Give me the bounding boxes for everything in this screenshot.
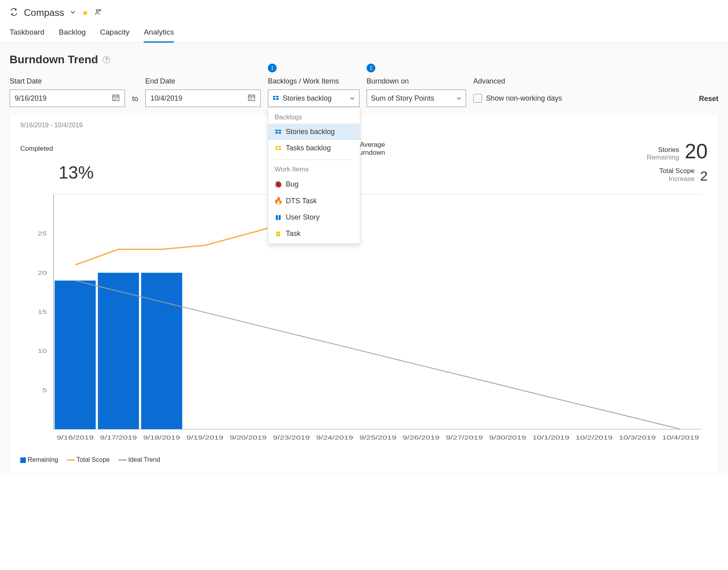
- svg-rect-23: [276, 98, 279, 100]
- recycle-icon: [10, 8, 18, 18]
- svg-text:5: 5: [42, 387, 47, 393]
- svg-rect-17: [253, 97, 254, 98]
- advanced-field: Advanced Show non-working days: [473, 77, 562, 107]
- svg-rect-31: [279, 148, 281, 150]
- dd-item-tasks-backlog[interactable]: Tasks backlog: [268, 140, 360, 156]
- svg-text:15: 15: [38, 309, 47, 315]
- favorite-star-icon[interactable]: ★: [82, 8, 89, 18]
- svg-rect-32: [276, 215, 278, 220]
- filter-row: Start Date 9/16/2019 to End Date 10/4/20…: [10, 77, 718, 107]
- svg-rect-59: [98, 273, 139, 429]
- flame-icon: 🔥: [275, 196, 282, 205]
- show-nonworking-label: Show non-working days: [486, 94, 562, 103]
- svg-text:9/16/2019: 9/16/2019: [57, 434, 94, 441]
- svg-rect-58: [55, 280, 96, 429]
- svg-rect-25: [275, 132, 278, 134]
- completed-value: 13%: [59, 163, 94, 183]
- clipboard-icon: [275, 231, 282, 237]
- tab-backlog[interactable]: Backlog: [59, 22, 86, 43]
- svg-text:10/3/2019: 10/3/2019: [619, 434, 656, 441]
- help-icon[interactable]: ?: [103, 56, 110, 63]
- svg-rect-26: [279, 130, 281, 131]
- tab-taskboard[interactable]: Taskboard: [10, 22, 45, 43]
- start-date-value: 9/16/2019: [15, 94, 47, 103]
- svg-text:9/30/2019: 9/30/2019: [489, 434, 526, 441]
- svg-rect-16: [251, 97, 252, 98]
- burndown-chart: 5101520259/16/20199/17/20199/18/20199/19…: [20, 187, 708, 449]
- reset-button[interactable]: Reset: [699, 95, 718, 107]
- svg-rect-10: [115, 99, 116, 100]
- dd-item-task[interactable]: Task: [268, 226, 360, 242]
- dd-item-user-story[interactable]: User Story: [268, 209, 360, 226]
- svg-text:9/23/2019: 9/23/2019: [273, 434, 310, 441]
- start-date-input[interactable]: 9/16/2019: [10, 89, 125, 107]
- legend-ideal: Ideal Trend: [119, 456, 160, 463]
- svg-text:20: 20: [38, 270, 47, 276]
- dd-separator: [275, 160, 353, 160]
- tab-capacity[interactable]: Capacity: [100, 22, 129, 43]
- backlogs-field: 1 Backlogs / Work Items Stories backlog …: [268, 77, 359, 107]
- step-badge-2: 2: [367, 64, 375, 72]
- project-header: Compass ★: [0, 0, 728, 22]
- svg-rect-20: [273, 96, 275, 97]
- tab-analytics[interactable]: Analytics: [144, 22, 174, 43]
- range-text: 9/16/2019 - 10/4/2019: [20, 122, 708, 129]
- chevron-down-icon: [349, 95, 355, 101]
- burndown-on-select[interactable]: Sum of Story Points: [367, 89, 466, 107]
- project-name[interactable]: Compass: [24, 7, 64, 18]
- dd-item-label: Task: [286, 230, 301, 238]
- dd-item-stories-backlog[interactable]: Stories backlog: [268, 124, 360, 140]
- bug-icon: 🐞: [275, 180, 282, 189]
- svg-text:9/18/2019: 9/18/2019: [143, 434, 180, 441]
- svg-rect-28: [275, 146, 278, 148]
- chart-legend: Remaining Total Scope Ideal Trend: [20, 456, 708, 463]
- backlog-icon: [275, 129, 282, 135]
- burndown-on-value: Sum of Story Points: [371, 94, 434, 103]
- legend-total-scope: Total Scope: [67, 456, 110, 463]
- svg-text:10/4/2019: 10/4/2019: [662, 434, 699, 441]
- backlogs-select[interactable]: Stories backlog: [268, 89, 359, 107]
- to-label: to: [132, 95, 138, 107]
- start-date-label: Start Date: [10, 77, 125, 86]
- completed-label: Completed: [20, 141, 53, 153]
- svg-text:10/2/2019: 10/2/2019: [576, 434, 613, 441]
- burndown-on-field: 2 Burndown on Sum of Story Points: [367, 77, 466, 107]
- legend-remaining: Remaining: [20, 456, 58, 463]
- end-date-value: 10/4/2019: [150, 94, 182, 103]
- svg-text:10/1/2019: 10/1/2019: [532, 434, 569, 441]
- dd-item-label: Stories backlog: [286, 128, 335, 136]
- chevron-down-icon[interactable]: [70, 9, 76, 17]
- svg-rect-9: [114, 99, 115, 100]
- advanced-label: Advanced: [473, 77, 562, 86]
- svg-rect-60: [141, 273, 182, 429]
- burndown-on-label: Burndown on: [367, 77, 466, 86]
- dd-item-label: User Story: [286, 213, 320, 222]
- backlog-icon: [275, 145, 282, 152]
- end-date-field: End Date 10/4/2019: [145, 77, 261, 107]
- dd-group-workitems: Work Items: [268, 163, 360, 176]
- show-nonworking-checkbox[interactable]: [473, 94, 482, 103]
- svg-text:10: 10: [38, 348, 47, 354]
- svg-text:9/27/2019: 9/27/2019: [446, 434, 483, 441]
- page-title: Burndown Trend: [10, 53, 98, 66]
- burndown-card: 9/16/2019 - 10/4/2019 Completed 13% Aver…: [10, 114, 718, 473]
- scope-increase-label: Total Scope Increase: [659, 167, 695, 183]
- svg-rect-7: [115, 97, 116, 98]
- svg-text:9/20/2019: 9/20/2019: [230, 434, 267, 441]
- backlogs-dropdown: Backlogs Stories backlog Tasks backlog W…: [268, 107, 360, 244]
- dd-item-dts-task[interactable]: 🔥 DTS Task: [268, 193, 360, 209]
- svg-rect-15: [250, 97, 250, 98]
- backlog-icon: [272, 95, 279, 101]
- svg-text:9/25/2019: 9/25/2019: [359, 434, 396, 441]
- svg-point-1: [100, 10, 101, 11]
- people-icon[interactable]: [94, 8, 102, 18]
- tab-bar: Taskboard Backlog Capacity Analytics: [0, 22, 728, 43]
- end-date-input[interactable]: 10/4/2019: [145, 89, 261, 107]
- stories-remaining-value: 20: [685, 141, 708, 161]
- backlogs-value: Stories backlog: [283, 94, 332, 103]
- step-badge-1: 1: [268, 64, 277, 72]
- summary-row: Completed 13% Averageburndown Stories Re…: [20, 141, 708, 183]
- svg-rect-6: [114, 97, 115, 98]
- dd-item-bug[interactable]: 🐞 Bug: [268, 176, 360, 193]
- svg-text:9/17/2019: 9/17/2019: [100, 434, 137, 441]
